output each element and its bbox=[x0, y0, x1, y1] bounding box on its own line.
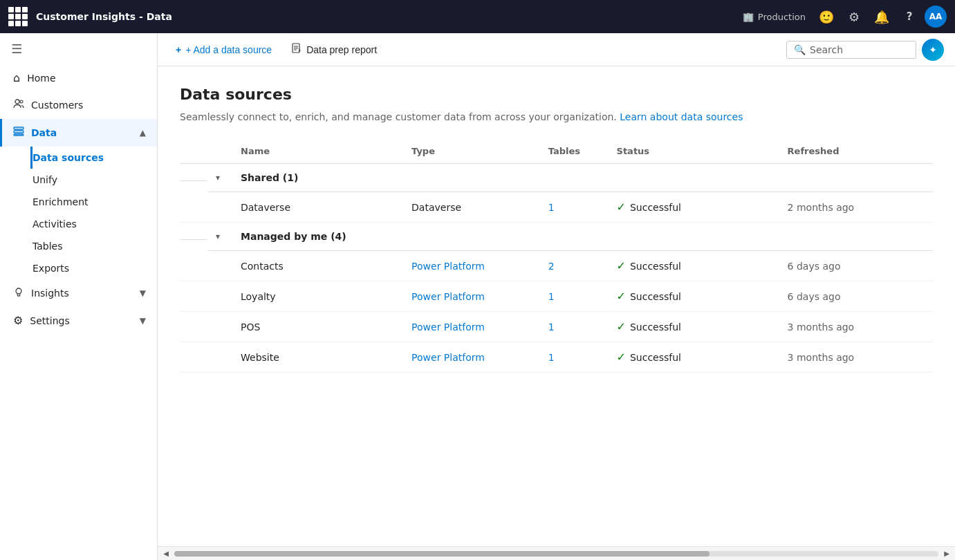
avatar[interactable]: AA bbox=[925, 6, 947, 28]
success-icon: ✓ bbox=[617, 351, 626, 364]
row-name[interactable]: Dataverse bbox=[232, 192, 403, 223]
row-check bbox=[180, 312, 207, 342]
data-icon bbox=[13, 126, 24, 140]
sidebar-item-label: Insights bbox=[31, 288, 133, 299]
table-header-row: Name Type Tables Status Refreshed bbox=[180, 139, 933, 164]
secondbar: + + Add a data source Data prep report bbox=[158, 33, 955, 66]
row-refreshed: 2 months ago bbox=[779, 192, 933, 223]
sidebar-item-settings[interactable]: ⚙ Settings ▼ bbox=[0, 307, 157, 334]
status-text: Successful bbox=[630, 202, 681, 213]
row-type[interactable]: Power Platform bbox=[403, 342, 540, 373]
svg-point-1 bbox=[20, 100, 23, 103]
chevron-down-icon: ▼ bbox=[140, 316, 146, 326]
svg-rect-2 bbox=[14, 127, 24, 129]
waffle-menu[interactable] bbox=[8, 7, 28, 26]
row-type[interactable]: Dataverse bbox=[403, 192, 540, 223]
row-type[interactable]: Power Platform bbox=[403, 312, 540, 342]
plus-icon: + bbox=[176, 44, 181, 55]
success-icon: ✓ bbox=[617, 320, 626, 333]
row-type[interactable]: Power Platform bbox=[403, 281, 540, 312]
sidebar-subitem-unify[interactable]: Unify bbox=[30, 169, 157, 191]
data-subitems: Data sources Unify Enrichment Activities… bbox=[0, 147, 157, 279]
row-tables: 1 bbox=[540, 312, 609, 342]
group-row: ▾ Shared (1) bbox=[180, 164, 933, 192]
sidebar-item-data[interactable]: Data ▲ bbox=[0, 119, 157, 147]
row-name[interactable]: Loyalty bbox=[232, 281, 403, 312]
row-check bbox=[180, 342, 207, 373]
row-status: ✓ Successful bbox=[609, 281, 779, 312]
status-text: Successful bbox=[630, 261, 681, 272]
row-name[interactable]: POS bbox=[232, 312, 403, 342]
col-header-name: Name bbox=[232, 139, 403, 164]
success-icon: ✓ bbox=[617, 259, 626, 272]
row-name[interactable]: Website bbox=[232, 342, 403, 373]
sidebar: ☰ ⌂ Home Customers bbox=[0, 33, 158, 560]
smiley-icon[interactable]: 🙂 bbox=[814, 4, 839, 29]
main-content: + + Add a data source Data prep report bbox=[158, 33, 955, 560]
help-icon[interactable]: ? bbox=[897, 4, 922, 29]
settings-icon[interactable]: ⚙ bbox=[842, 4, 866, 29]
sidebar-subitem-exports[interactable]: Exports bbox=[30, 257, 157, 279]
page-description: Seamlessly connect to, enrich, and manag… bbox=[180, 111, 933, 122]
gear-icon: ⚙ bbox=[13, 314, 23, 327]
env-icon: 🏢 bbox=[743, 12, 754, 22]
group-chevron-cell[interactable]: ▾ bbox=[207, 164, 232, 192]
row-expand bbox=[207, 312, 232, 342]
bell-icon[interactable]: 🔔 bbox=[869, 4, 894, 29]
scroll-track[interactable] bbox=[174, 551, 938, 557]
group-label: Shared (1) bbox=[232, 164, 933, 192]
sidebar-toggle[interactable]: ☰ bbox=[0, 33, 157, 64]
chevron-up-icon: ▲ bbox=[140, 128, 146, 138]
row-refreshed: 3 months ago bbox=[779, 342, 933, 373]
sidebar-subitem-activities[interactable]: Activities bbox=[30, 213, 157, 235]
data-prep-report-button[interactable]: Data prep report bbox=[284, 39, 384, 60]
sidebar-item-customers[interactable]: Customers bbox=[0, 91, 157, 119]
col-header-type: Type bbox=[403, 139, 540, 164]
copilot-button[interactable]: ✦ bbox=[922, 39, 944, 61]
scroll-right-arrow[interactable]: ▶ bbox=[941, 548, 952, 559]
svg-rect-4 bbox=[14, 134, 24, 136]
add-datasource-button[interactable]: + + Add a data source bbox=[169, 40, 279, 59]
app-title: Customer Insights - Data bbox=[36, 11, 172, 22]
group-chevron-cell[interactable]: ▾ bbox=[207, 223, 232, 251]
row-tables: 1 bbox=[540, 281, 609, 312]
insights-icon bbox=[13, 286, 24, 300]
status-text: Successful bbox=[630, 352, 681, 363]
report-icon bbox=[291, 43, 302, 56]
description-text: Seamlessly connect to, enrich, and manag… bbox=[180, 111, 617, 122]
scroll-thumb[interactable] bbox=[174, 551, 710, 557]
row-refreshed: 6 days ago bbox=[779, 251, 933, 281]
sidebar-subitem-tables[interactable]: Tables bbox=[30, 235, 157, 257]
sidebar-item-home[interactable]: ⌂ Home bbox=[0, 64, 157, 91]
sidebar-subitem-enrichment[interactable]: Enrichment bbox=[30, 191, 157, 213]
environment-selector[interactable]: 🏢 Production bbox=[743, 12, 806, 22]
sidebar-item-label: Data bbox=[31, 127, 133, 138]
row-status: ✓ Successful bbox=[609, 192, 779, 223]
status-text: Successful bbox=[630, 291, 681, 302]
customers-icon bbox=[13, 98, 24, 112]
row-check bbox=[180, 281, 207, 312]
row-type[interactable]: Power Platform bbox=[403, 251, 540, 281]
horizontal-scrollbar: ◀ ▶ bbox=[158, 546, 955, 560]
col-header-tables: Tables bbox=[540, 139, 609, 164]
row-check bbox=[180, 251, 207, 281]
row-name[interactable]: Contacts bbox=[232, 251, 403, 281]
learn-more-link[interactable]: Learn about data sources bbox=[620, 111, 743, 122]
group-check-cell bbox=[180, 164, 207, 181]
col-header-status: Status bbox=[609, 139, 779, 164]
page-content: Data sources Seamlessly connect to, enri… bbox=[158, 66, 955, 546]
copilot-icon: ✦ bbox=[929, 44, 937, 55]
svg-point-0 bbox=[15, 100, 19, 104]
search-box[interactable]: 🔍 Search bbox=[786, 41, 916, 59]
row-tables: 2 bbox=[540, 251, 609, 281]
row-refreshed: 6 days ago bbox=[779, 281, 933, 312]
row-expand bbox=[207, 192, 232, 223]
search-placeholder: Search bbox=[810, 44, 843, 55]
sidebar-subitem-data-sources[interactable]: Data sources bbox=[30, 147, 157, 169]
svg-point-5 bbox=[16, 288, 21, 294]
col-header-check bbox=[180, 139, 207, 164]
scroll-left-arrow[interactable]: ◀ bbox=[160, 548, 171, 559]
sidebar-item-insights[interactable]: Insights ▼ bbox=[0, 279, 157, 307]
row-status: ✓ Successful bbox=[609, 251, 779, 281]
row-status: ✓ Successful bbox=[609, 342, 779, 373]
